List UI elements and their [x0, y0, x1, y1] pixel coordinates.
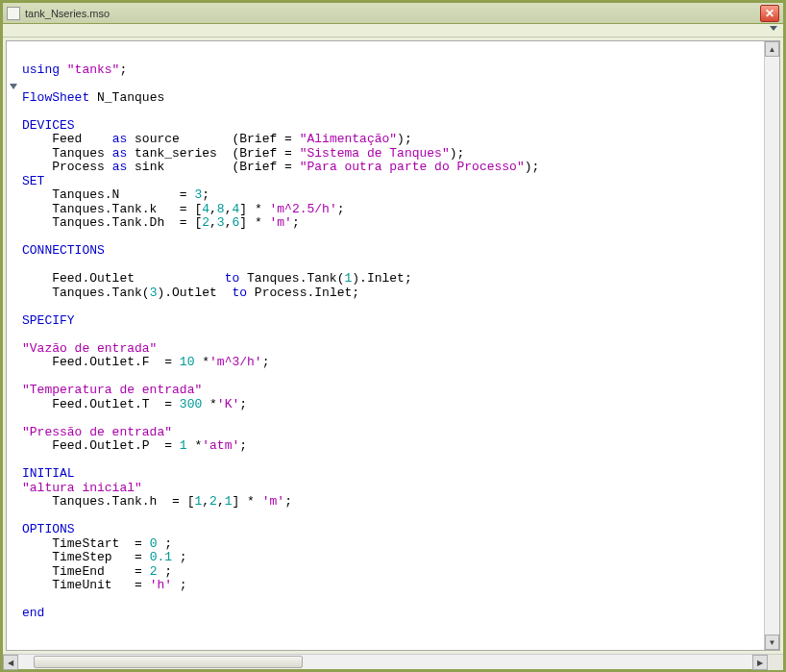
- text: ;: [262, 355, 270, 369]
- text: Feed.Outlet.P =: [22, 438, 180, 453]
- scroll-track-vertical[interactable]: [765, 57, 779, 635]
- scroll-corner: [768, 655, 783, 670]
- keyword: as: [112, 132, 128, 146]
- string: 'atm': [202, 438, 239, 453]
- text: ;: [239, 397, 247, 411]
- text: *: [187, 438, 203, 453]
- text: Feed: [22, 132, 112, 146]
- text: Tanques.Tank(: [22, 286, 150, 300]
- text: Feed.Outlet.T =: [22, 397, 180, 411]
- close-button[interactable]: ✕: [760, 5, 779, 22]
- text: ] *: [239, 215, 269, 230]
- scroll-down-button[interactable]: ▼: [765, 635, 779, 650]
- text: sink (Brief =: [127, 160, 299, 174]
- text: Process.Inlet;: [247, 286, 359, 300]
- number: 2: [209, 494, 217, 509]
- string: 'm': [262, 494, 284, 509]
- keyword: CONNECTIONS: [22, 243, 105, 258]
- number: 0.1: [150, 550, 172, 564]
- string: 'K': [217, 397, 239, 411]
- editor-container: using "tanks"; FlowSheet N_Tanques DEVIC…: [6, 40, 780, 651]
- string: "Alimentação": [300, 132, 397, 146]
- text: ).Inlet;: [352, 271, 411, 286]
- keyword: to: [225, 271, 240, 286]
- text: ).Outlet: [157, 286, 232, 300]
- number: 10: [180, 355, 195, 369]
- text: *: [202, 397, 217, 411]
- text: ;: [172, 550, 187, 564]
- string: "Para outra parte do Processo": [300, 160, 525, 174]
- text: Tanques.N =: [22, 187, 194, 202]
- text: ,: [217, 494, 225, 509]
- keyword: as: [112, 146, 128, 161]
- number: 4: [202, 202, 209, 216]
- scroll-right-button[interactable]: ▶: [752, 655, 768, 670]
- text: ] *: [239, 202, 269, 216]
- text: TimeEnd =: [22, 564, 150, 579]
- scroll-up-button[interactable]: ▲: [765, 41, 779, 57]
- editor-window: tank_Nseries.mso ✕ using "tanks"; FlowSh…: [0, 0, 786, 672]
- string: 'm': [270, 215, 292, 230]
- number: 8: [217, 202, 225, 216]
- window-title: tank_Nseries.mso: [25, 8, 760, 19]
- text: source (Brief =: [127, 132, 299, 146]
- scroll-track-horizontal[interactable]: [18, 655, 752, 669]
- text: );: [397, 132, 412, 146]
- content-area: using "tanks"; FlowSheet N_Tanques DEVIC…: [3, 37, 783, 654]
- text: ;: [337, 202, 345, 216]
- titlebar[interactable]: tank_Nseries.mso ✕: [3, 3, 783, 24]
- number: 300: [180, 397, 202, 411]
- document-icon: [7, 7, 20, 20]
- text: TimeStart =: [22, 536, 150, 551]
- horizontal-scrollbar[interactable]: ◀ ▶: [3, 654, 783, 669]
- text: TimeStep =: [22, 550, 150, 564]
- string: "Temperatura de entrada": [22, 383, 202, 397]
- vertical-scrollbar[interactable]: ▲ ▼: [764, 41, 779, 650]
- toolbar: [3, 24, 783, 37]
- fold-marker-icon[interactable]: [10, 84, 17, 89]
- text: Process: [22, 160, 112, 174]
- text: ,: [202, 494, 209, 509]
- text: tank_series (Brief =: [127, 146, 299, 161]
- text: ,: [209, 215, 217, 230]
- scroll-left-button[interactable]: ◀: [3, 655, 18, 670]
- scroll-thumb-horizontal[interactable]: [34, 656, 303, 668]
- text: Tanques: [22, 146, 112, 161]
- keyword: FlowSheet: [22, 90, 89, 105]
- text: Tanques.Tank.k = [: [22, 202, 202, 216]
- text: Feed.Outlet.F =: [22, 355, 180, 369]
- string: "Pressão de entrada": [22, 425, 172, 439]
- number: 3: [217, 215, 225, 230]
- keyword: as: [112, 160, 128, 174]
- text: Tanques.Tank.Dh = [: [22, 215, 202, 230]
- text: ;: [172, 578, 187, 592]
- string: "altura inicial": [22, 481, 142, 495]
- text: );: [450, 146, 465, 161]
- fold-gutter[interactable]: [7, 41, 20, 650]
- keyword: INITIAL: [22, 466, 75, 481]
- code-editor[interactable]: using "tanks"; FlowSheet N_Tanques DEVIC…: [20, 41, 764, 650]
- string: 'm^2.5/h': [270, 202, 337, 216]
- string: 'm^3/h': [209, 355, 262, 369]
- number: 1: [180, 438, 187, 453]
- keyword: using: [22, 62, 67, 77]
- string: "Sistema de Tanques": [300, 146, 450, 161]
- string: "tanks": [67, 62, 120, 77]
- number: 1: [225, 494, 233, 509]
- keyword: end: [22, 606, 44, 620]
- text: );: [525, 160, 540, 174]
- text: ;: [292, 215, 300, 230]
- text: Feed.Outlet: [22, 271, 225, 286]
- text: Tanques.Tank.h = [: [22, 494, 194, 509]
- text: ;: [284, 494, 292, 509]
- string: 'h': [150, 578, 172, 592]
- keyword: to: [232, 286, 247, 300]
- text: ,: [209, 202, 217, 216]
- identifier: N_Tanques: [89, 90, 164, 105]
- toolbar-dropdown-icon[interactable]: [770, 26, 777, 31]
- keyword: SET: [22, 174, 44, 188]
- string: "Vazão de entrada": [22, 341, 157, 356]
- text: TimeUnit =: [22, 578, 150, 592]
- text: ;: [119, 62, 127, 77]
- text: ;: [157, 536, 172, 551]
